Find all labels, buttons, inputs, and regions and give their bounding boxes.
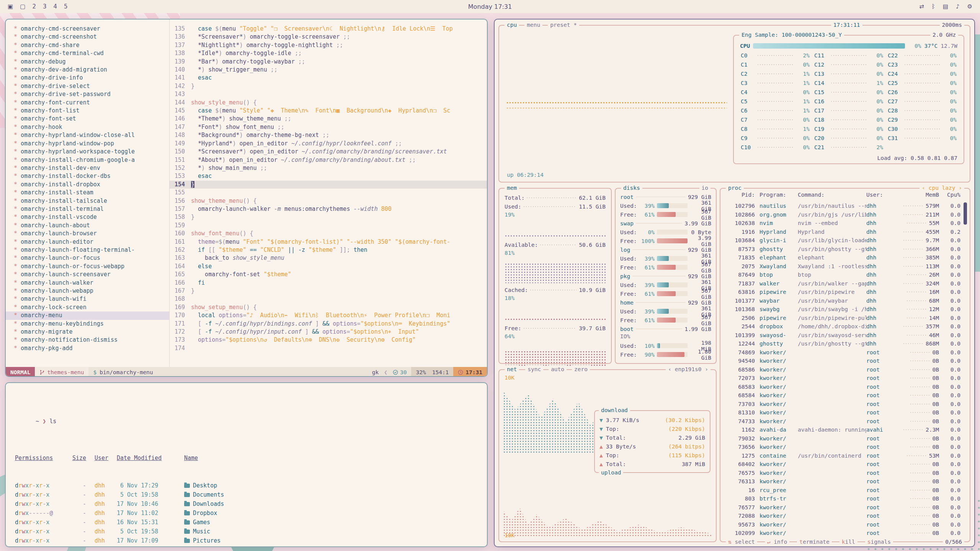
workspace-window-icon[interactable]: ▢ xyxy=(20,3,25,10)
code-line[interactable]: 171 [ -f ~/.config/hypr/bindings.conf ] … xyxy=(170,320,487,328)
update-interval[interactable]: 2000ms xyxy=(940,21,964,29)
process-row[interactable]: 101399swayosd-/usr/bin/swayosd-serverdhh… xyxy=(726,331,960,340)
workspace-2[interactable]: 2 xyxy=(32,3,36,10)
process-row[interactable]: 72088kworker/root0B0.0 xyxy=(726,512,960,520)
proc-column-header[interactable]: User: xyxy=(866,192,894,198)
workspace-5[interactable]: 5 xyxy=(64,3,68,10)
code-line[interactable]: 169show_setup_menu() { xyxy=(170,303,487,311)
proc-column-header[interactable]: Cpu% xyxy=(939,192,960,198)
proc-column-header[interactable]: Command: xyxy=(798,192,866,198)
list-item[interactable]: drwxr-xr-x-dhh17 Nov 17:09Pictures xyxy=(15,536,478,545)
workspace-4[interactable]: 4 xyxy=(53,3,57,10)
proc-footer-info[interactable]: ↵ info xyxy=(765,538,789,546)
code-line[interactable]: 143 xyxy=(170,90,487,98)
process-row[interactable]: 87573ghostty/usr/bin/ghostty --gtk-dhh36… xyxy=(726,245,960,254)
code-line[interactable]: 157 omarchy-launch-walker -m menus:omarc… xyxy=(170,205,487,213)
process-row[interactable]: 74869kworker/root0B0.0 xyxy=(726,348,960,357)
file-list-item[interactable]: * omarchy-install-steam xyxy=(10,189,169,197)
code-line[interactable]: 139 *Bar*) omarchy-toggle-waybar ;; xyxy=(170,58,487,66)
terminal-body[interactable]: ~ ❯ ls PermissionsSizeUserDate ModifiedN… xyxy=(6,383,487,547)
code-line[interactable]: 147 *Font*) show_font_menu ;; xyxy=(170,123,487,131)
file-list-item[interactable]: * omarchy-cmd-screensaver xyxy=(10,25,169,33)
bluetooth-icon[interactable]: ᛒ xyxy=(932,3,935,10)
process-row[interactable]: 102099kworker/root0B0.0 xyxy=(726,529,960,537)
proc-column-header[interactable]: MemB xyxy=(894,192,939,198)
code-line[interactable]: 140 *) show_trigger_menu ;; xyxy=(170,66,487,74)
file-list[interactable]: * omarchy-cmd-screensaver * omarchy-cmd-… xyxy=(6,20,170,367)
code-line[interactable]: 173 options="$options\n↺ Defaults\n⊕ DNS… xyxy=(170,336,487,344)
keyboard-layout-icon[interactable]: ▤ xyxy=(943,3,948,10)
process-row[interactable]: 73656kworker/root0B0.0 xyxy=(726,443,960,452)
code-line[interactable]: 142} xyxy=(170,82,487,90)
code-line[interactable]: 136 *Screensaver*) omarchy-toggle-screen… xyxy=(170,33,487,41)
process-row[interactable]: 16rcu_preeroot0B0.0 xyxy=(726,486,960,495)
process-row[interactable]: 76577kworker/root0B0.0 xyxy=(726,503,960,512)
btop-window[interactable]: cpumenupreset * 17:31:11 2000ms up 06:29… xyxy=(494,19,975,547)
settings-icon[interactable]: ⚙ xyxy=(967,3,972,10)
file-list-item[interactable]: * omarchy-cmd-share xyxy=(10,41,169,49)
process-row[interactable]: 73703kworker/root0B0.0 xyxy=(726,400,960,409)
code-line[interactable]: 152 *) show_main_menu ;; xyxy=(170,164,487,172)
screencast-icon[interactable]: ⇄ xyxy=(919,3,924,10)
file-list-item[interactable]: * omarchy-menu xyxy=(6,311,169,320)
file-list-item[interactable]: * omarchy-hyprland-window-close-all xyxy=(10,131,169,139)
btop-tab-menu[interactable]: menu xyxy=(524,21,542,29)
code-line[interactable]: 161 theme=$(menu "Font" "$(omarchy-font-… xyxy=(170,238,487,246)
file-list-item[interactable]: * omarchy-hook xyxy=(10,123,169,131)
file-list-item[interactable]: * omarchy-hyprland-workspace-toggle xyxy=(10,148,169,156)
file-list-item[interactable]: * omarchy-font-set xyxy=(10,115,169,123)
file-list-item[interactable]: * omarchy-launch-screensaver xyxy=(10,271,169,279)
code-line[interactable]: 146 *Theme*) show_theme_menu ;; xyxy=(170,115,487,123)
file-list-item[interactable]: * omarchy-install-terminal xyxy=(10,205,169,213)
code-line[interactable]: 154} xyxy=(170,181,487,189)
proc-column-header[interactable]: Program: xyxy=(755,192,798,198)
process-row[interactable]: 76575kworker/root0B0.0 xyxy=(726,469,960,478)
file-list-item[interactable]: * omarchy-launch-about xyxy=(10,222,169,230)
file-list-item[interactable]: * omarchy-debug xyxy=(10,58,169,66)
list-item[interactable]: drwxr-xr-x-dhh 5 Oct 19:58Music xyxy=(15,527,478,536)
file-list-item[interactable]: * omarchy-launch-editor xyxy=(10,238,169,246)
code-line[interactable]: 174 xyxy=(170,344,487,352)
file-list-item[interactable]: * omarchy-install-dev-env xyxy=(10,164,169,172)
process-row[interactable]: 102638nvimnvim --embeddhh55M0.0 xyxy=(726,219,960,228)
file-list-item[interactable]: * omarchy-menu-keybindings xyxy=(10,320,169,328)
code-line[interactable]: 167} xyxy=(170,287,487,295)
process-row[interactable]: 103684glycin-i/usr/lib/glycin-loadersdhh… xyxy=(726,236,960,245)
file-list-item[interactable]: * omarchy-install-chromium-google-a xyxy=(10,156,169,164)
code-line[interactable]: 138 *Idle*) omarchy-toggle-idle ;; xyxy=(170,49,487,57)
btop-tab-cpu[interactable]: cpu xyxy=(505,21,519,29)
code-line[interactable]: 162 if [[ "$theme" == "CNCLD" || -z "$th… xyxy=(170,246,487,254)
process-row[interactable]: 76313kworker/root0B0.0 xyxy=(726,477,960,486)
code-line[interactable]: 164 else xyxy=(170,262,487,271)
net-button-zero[interactable]: zero xyxy=(572,365,590,373)
process-row[interactable]: 68402kworker/root0B0.0 xyxy=(726,460,960,469)
process-row[interactable]: 94540kworker/root0B0.0 xyxy=(726,357,960,365)
file-list-item[interactable]: * omarchy-launch-walker xyxy=(10,279,169,287)
workspace-1-active-icon[interactable]: ▣ xyxy=(8,3,13,10)
list-item[interactable]: drwx------@-dhh17 Nov 11:02Dropbox xyxy=(15,509,478,518)
file-list-item[interactable]: * omarchy-font-list xyxy=(10,107,169,115)
process-row[interactable]: 74733kworker/root0B0.0 xyxy=(726,417,960,426)
code-line[interactable]: 160show_font_menu() { xyxy=(170,230,487,238)
code-line[interactable]: 153 esac xyxy=(170,172,487,180)
code-lines[interactable]: 135 case $(menu "Toggle" "❒ Screensaver\… xyxy=(170,20,487,367)
file-list-item[interactable]: * omarchy-launch-webapp xyxy=(10,287,169,295)
process-row[interactable]: 1162avahi-daavahi-daemon: running [avahi… xyxy=(726,425,960,434)
code-line[interactable]: 150 *Screensaver*) open_in_editor ~/.con… xyxy=(170,148,487,156)
code-line[interactable]: 145 case $(menu "Style" "❖ Theme\n✎ Font… xyxy=(170,107,487,115)
list-item[interactable]: drwxr-xr-x-dhh 5 Oct 19:58Public xyxy=(15,545,478,547)
process-row[interactable]: 71835elephantelephantdhh385M0.0 xyxy=(726,253,960,262)
process-row[interactable]: 101377waybar/usr/bin/waybardhh68M0.0 xyxy=(726,297,960,305)
file-list-item[interactable]: * omarchy-launch-browser xyxy=(10,230,169,238)
proc-footer-signals[interactable]: signals xyxy=(865,538,893,546)
process-row[interactable]: 102866org.gnom/usr/bin/gjs /usr/lib/odhh… xyxy=(726,210,960,219)
file-list-item[interactable]: * omarchy-install-dropbox xyxy=(10,181,169,189)
process-row[interactable]: 68584kworker/root0B0.0 xyxy=(726,391,960,400)
process-row[interactable]: 2544dropbox/home/dhh/.dropbox-distdhh357… xyxy=(726,322,960,331)
code-line[interactable]: 144show_style_menu() { xyxy=(170,99,487,107)
file-list-item[interactable]: * omarchy-drive-select xyxy=(10,82,169,90)
proc-footer-terminate[interactable]: terminate xyxy=(797,538,832,546)
file-list-item[interactable]: * omarchy-cmd-screenshot xyxy=(10,33,169,41)
file-list-item[interactable]: * omarchy-migrate xyxy=(10,328,169,336)
process-row[interactable]: 101368swaybg/usr/bin/swaybg -i /homdhh12… xyxy=(726,305,960,314)
